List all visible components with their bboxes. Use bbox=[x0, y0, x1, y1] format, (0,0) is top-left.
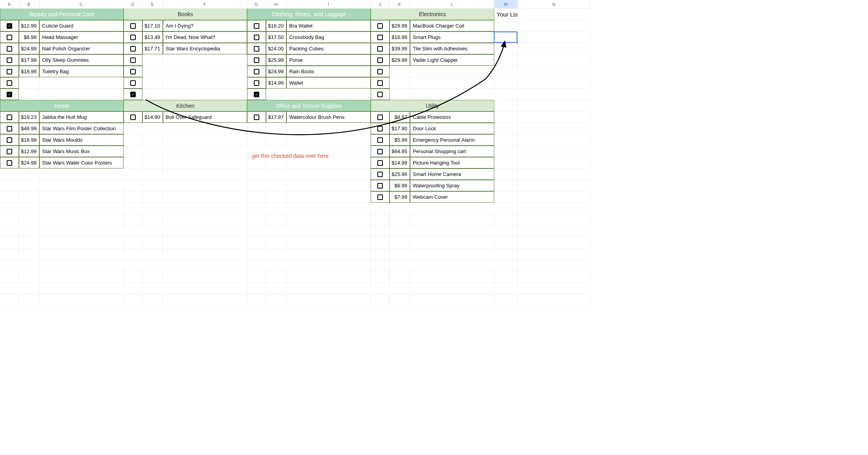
cell-N-11[interactable] bbox=[518, 134, 590, 146]
empty-cell[interactable] bbox=[142, 214, 163, 226]
checkbox-clothing-5[interactable] bbox=[254, 80, 259, 86]
empty-cell[interactable] bbox=[247, 168, 266, 180]
empty-cell[interactable] bbox=[142, 294, 163, 305]
column-header-E[interactable]: E bbox=[142, 0, 163, 8]
cell-M-11[interactable] bbox=[494, 134, 518, 146]
checkbox-beauty-t0[interactable] bbox=[7, 80, 12, 86]
empty-cell[interactable] bbox=[518, 226, 590, 237]
checkbox-home-3[interactable] bbox=[7, 149, 12, 154]
checkbox-books-0[interactable] bbox=[130, 23, 136, 29]
cell-M-2[interactable] bbox=[494, 31, 518, 43]
empty-cell[interactable] bbox=[247, 226, 266, 237]
empty-cell[interactable] bbox=[390, 248, 410, 260]
empty-cell[interactable] bbox=[163, 226, 247, 237]
item-checkbox-cell[interactable] bbox=[0, 157, 19, 168]
empty-cell[interactable] bbox=[124, 157, 142, 168]
empty-cell[interactable] bbox=[124, 271, 142, 283]
item-checkbox-cell[interactable] bbox=[371, 168, 390, 180]
empty-cell[interactable] bbox=[19, 271, 39, 283]
checkbox-utility-5[interactable] bbox=[377, 172, 383, 177]
empty-cell[interactable] bbox=[518, 214, 590, 226]
empty-cell[interactable] bbox=[247, 191, 266, 203]
checkbox-books-t0[interactable] bbox=[130, 57, 136, 63]
checkbox-home-1[interactable] bbox=[7, 126, 12, 131]
empty-cell[interactable] bbox=[371, 283, 390, 294]
cell-N-15[interactable] bbox=[518, 180, 590, 191]
column-header-I[interactable]: I bbox=[286, 0, 371, 8]
cell-N-header-0[interactable] bbox=[518, 9, 590, 20]
empty-cell[interactable] bbox=[247, 203, 266, 214]
empty-cell[interactable] bbox=[390, 283, 410, 294]
empty-cell[interactable] bbox=[518, 271, 590, 283]
empty-cell[interactable] bbox=[266, 294, 286, 305]
column-header-D[interactable]: D bbox=[124, 0, 142, 8]
checkbox-electronics-3[interactable] bbox=[377, 57, 383, 63]
empty-cell[interactable] bbox=[0, 248, 19, 260]
empty-cell[interactable] bbox=[266, 214, 286, 226]
item-checkbox-cell[interactable] bbox=[0, 66, 19, 77]
category-header-beauty[interactable]: Beauty and Personal Care bbox=[0, 9, 124, 20]
item-checkbox-cell[interactable] bbox=[371, 31, 390, 43]
cell-N-6[interactable] bbox=[518, 77, 590, 89]
empty-cell[interactable] bbox=[390, 271, 410, 283]
cell-M-14[interactable] bbox=[494, 168, 518, 180]
trailing-checkbox-cell[interactable] bbox=[124, 54, 142, 66]
empty-cell[interactable] bbox=[286, 283, 371, 294]
empty-cell[interactable] bbox=[390, 203, 410, 214]
empty-cell[interactable] bbox=[247, 237, 266, 248]
cell-M-10[interactable] bbox=[494, 123, 518, 134]
item-checkbox-cell[interactable] bbox=[0, 54, 19, 66]
empty-cell[interactable] bbox=[124, 146, 142, 157]
checkbox-electronics-2[interactable] bbox=[377, 46, 383, 52]
empty-cell[interactable] bbox=[247, 248, 266, 260]
empty-cell[interactable] bbox=[19, 294, 39, 305]
empty-cell[interactable] bbox=[518, 203, 590, 214]
empty-cell[interactable] bbox=[0, 180, 19, 191]
item-checkbox-cell[interactable] bbox=[371, 54, 390, 66]
trailing-checkbox-cell[interactable] bbox=[124, 89, 142, 100]
cell-M-1[interactable] bbox=[494, 20, 518, 31]
item-checkbox-cell[interactable] bbox=[371, 191, 390, 203]
empty-cell[interactable] bbox=[247, 134, 266, 146]
empty-cell[interactable] bbox=[494, 283, 518, 294]
checkbox-office-0[interactable] bbox=[254, 115, 259, 120]
cell-M-12[interactable] bbox=[494, 146, 518, 157]
empty-cell[interactable] bbox=[371, 260, 390, 271]
trailing-checkbox-cell[interactable] bbox=[247, 89, 266, 100]
item-checkbox-cell[interactable] bbox=[371, 180, 390, 191]
item-checkbox-cell[interactable] bbox=[0, 31, 19, 43]
empty-cell[interactable] bbox=[390, 214, 410, 226]
cell-N-4[interactable] bbox=[518, 54, 590, 66]
empty-cell[interactable] bbox=[142, 237, 163, 248]
empty-cell[interactable] bbox=[518, 260, 590, 271]
item-checkbox-cell[interactable] bbox=[371, 43, 390, 54]
item-checkbox-cell[interactable] bbox=[124, 20, 142, 31]
checkbox-home-4[interactable] bbox=[7, 160, 12, 166]
empty-cell[interactable] bbox=[371, 248, 390, 260]
checkbox-clothing-0[interactable] bbox=[254, 23, 259, 29]
item-checkbox-cell[interactable] bbox=[247, 43, 266, 54]
cell-M-16[interactable] bbox=[494, 191, 518, 203]
empty-cell[interactable] bbox=[19, 248, 39, 260]
empty-cell[interactable] bbox=[19, 237, 39, 248]
empty-cell[interactable] bbox=[0, 168, 19, 180]
checkbox-books-t3[interactable] bbox=[130, 92, 136, 97]
empty-cell[interactable] bbox=[247, 214, 266, 226]
empty-cell[interactable] bbox=[0, 237, 19, 248]
empty-cell[interactable] bbox=[142, 226, 163, 237]
trailing-checkbox-cell[interactable] bbox=[0, 77, 19, 89]
empty-cell[interactable] bbox=[286, 237, 371, 248]
empty-cell[interactable] bbox=[124, 260, 142, 271]
empty-cell[interactable] bbox=[0, 271, 19, 283]
checkbox-clothing-2[interactable] bbox=[254, 46, 259, 52]
checkbox-utility-7[interactable] bbox=[377, 194, 383, 200]
empty-cell[interactable] bbox=[0, 214, 19, 226]
empty-cell[interactable] bbox=[39, 203, 124, 214]
empty-cell[interactable] bbox=[494, 203, 518, 214]
column-header-F[interactable]: F bbox=[163, 0, 247, 8]
checkbox-electronics-t2[interactable] bbox=[377, 92, 383, 97]
category-header-clothing[interactable]: Clothing, Shoes, and Luggage bbox=[247, 9, 371, 20]
empty-cell[interactable] bbox=[247, 283, 266, 294]
cell-N-10[interactable] bbox=[518, 123, 590, 134]
empty-cell[interactable] bbox=[286, 203, 371, 214]
